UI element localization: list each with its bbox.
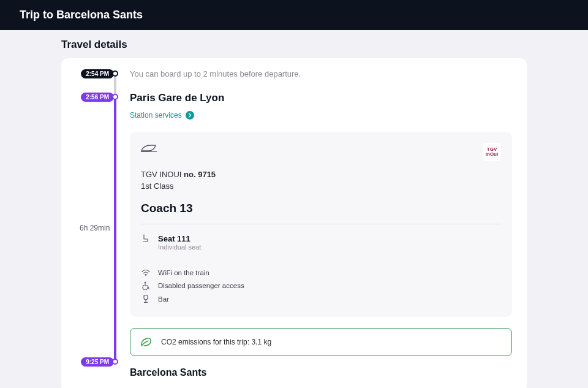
journey-segment	[114, 96, 116, 361]
duration-label: 6h 29min	[80, 224, 110, 232]
train-brand: TGV INOUI	[141, 170, 184, 179]
seat-row: Seat 111 Individual seat	[141, 224, 501, 259]
station-services-label: Station services	[130, 111, 182, 120]
amenity-bar: Bar	[141, 292, 501, 306]
boarding-note: You can board up to 2 minutes before dep…	[130, 69, 512, 78]
co2-text: CO2 emissions for this trip: 3.1 kg	[161, 338, 271, 346]
brand-badge: TGVinOui	[483, 143, 501, 161]
bar-icon	[141, 295, 151, 303]
amenity-wifi: WiFi on the train	[141, 267, 501, 279]
train-details-box: TGVinOui TGV INOUI no. 9715 1st Class Co…	[130, 132, 512, 317]
amenity-access-label: Disabled passenger access	[158, 282, 244, 289]
svg-point-1	[145, 275, 146, 276]
content-column: You can board up to 2 minutes before dep…	[125, 69, 512, 378]
wheelchair-icon	[141, 281, 151, 290]
arrival-station-name: Barcelona Sants	[130, 367, 512, 378]
co2-box: CO2 emissions for this trip: 3.1 kg	[130, 328, 512, 356]
amenity-access: Disabled passenger access	[141, 279, 501, 292]
leaf-icon	[139, 336, 153, 348]
seat-info: Seat 111 Individual seat	[158, 234, 201, 251]
timeline-column: 2:54 PM 2:56 PM 9:25 PM 6h 29min	[76, 69, 125, 378]
page-title: Trip to Barcelona Sants	[20, 9, 143, 21]
brand-badge-text: TGVinOui	[486, 147, 498, 157]
train-class: 1st Class	[141, 181, 501, 191]
amenity-bar-label: Bar	[158, 295, 169, 303]
arrival-time-pill: 9:25 PM	[81, 357, 114, 367]
chevron-right-icon	[186, 111, 194, 120]
coach-label: Coach 13	[141, 202, 501, 224]
seat-number: Seat 111	[158, 234, 201, 243]
train-name-line: TGV INOUI no. 9715	[141, 170, 501, 179]
seat-type: Individual seat	[158, 243, 201, 251]
train-number: no. 9715	[184, 170, 216, 179]
main-container: Travel details 2:54 PM 2:56 PM 9:25 PM 6…	[61, 30, 527, 388]
page-header: Trip to Barcelona Sants	[0, 0, 588, 30]
departure-dot	[112, 94, 118, 100]
boarding-time-pill: 2:54 PM	[81, 69, 114, 78]
seat-icon	[141, 234, 151, 243]
boarding-dot	[112, 70, 118, 77]
wifi-icon	[141, 269, 151, 276]
arrival-dot	[112, 359, 118, 365]
departure-time-pill: 2:56 PM	[81, 93, 114, 102]
travel-details-card: 2:54 PM 2:56 PM 9:25 PM 6h 29min You can…	[61, 58, 527, 388]
station-services-link[interactable]: Station services	[130, 111, 194, 120]
amenity-wifi-label: WiFi on the train	[158, 269, 209, 276]
section-title: Travel details	[61, 39, 527, 51]
departure-station-name: Paris Gare de Lyon	[130, 92, 512, 104]
timeline-track: 6h 29min	[113, 69, 119, 378]
train-icon	[141, 143, 157, 153]
